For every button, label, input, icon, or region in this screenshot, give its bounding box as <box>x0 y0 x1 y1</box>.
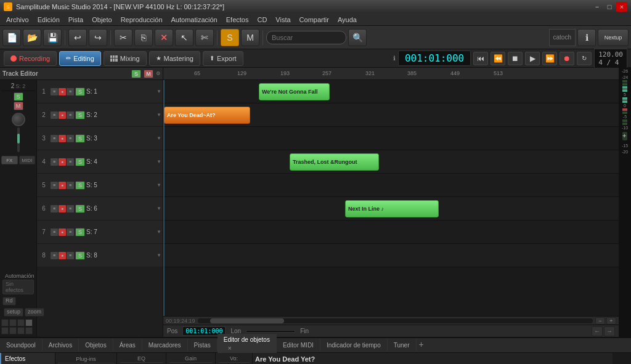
tab-add-button[interactable]: + <box>419 339 431 352</box>
track-solo-btn[interactable]: S <box>14 92 23 101</box>
tab-areas[interactable]: Áreas <box>113 339 142 351</box>
search-button[interactable]: 🔍 <box>348 29 367 46</box>
step-btn-6[interactable] <box>9 327 17 334</box>
menu-compartir[interactable]: Compartir <box>296 15 333 25</box>
track-3-solo[interactable]: S <box>75 134 85 143</box>
zoom-minus-button[interactable]: − <box>595 317 605 325</box>
tab-archivos[interactable]: Archivos <box>43 339 79 351</box>
vu-label-top: -26 <box>622 69 628 73</box>
play-button[interactable]: ▶ <box>525 52 540 65</box>
menu-archivo[interactable]: Archivo <box>2 15 33 25</box>
mixing-mode-button[interactable]: Mixing <box>104 51 147 66</box>
bp-tab-efectos[interactable]: Efectos <box>0 353 55 364</box>
clip-ayd[interactable]: Are You Dead~At? <box>164 107 250 124</box>
track-panel: Track Editor S M ⚙ 2 S: 2 S M <box>0 68 163 337</box>
copy-button[interactable]: ⎘ <box>134 29 153 46</box>
export-mode-button[interactable]: ⬆ Export <box>203 51 243 66</box>
menu-cd[interactable]: CD <box>253 15 271 25</box>
mute-all-button[interactable]: M <box>144 70 153 78</box>
clip-nil[interactable]: Next In Line ♪ <box>345 200 439 217</box>
tab-objetos[interactable]: Objetos <box>79 339 113 351</box>
fx-button[interactable]: FX <box>1 156 18 164</box>
vu-expand-btn[interactable]: + <box>622 132 627 140</box>
undo-button[interactable]: ↩ <box>68 29 87 46</box>
track-8-solo[interactable]: S <box>75 251 85 260</box>
search-input[interactable] <box>266 31 346 44</box>
stop-button[interactable]: ⏹ <box>508 52 523 65</box>
track-1-solo[interactable]: S <box>75 87 85 96</box>
editing-mode-button[interactable]: ✏ Editing <box>59 51 101 66</box>
select-button[interactable]: ↖ <box>175 29 193 46</box>
open-button[interactable]: 📂 <box>23 29 41 46</box>
midi-button-track[interactable]: MIDI <box>19 156 36 164</box>
cut-button[interactable]: ✂ <box>114 29 132 46</box>
track-4-solo[interactable]: S <box>75 158 85 166</box>
logo-btn[interactable]: ℹ <box>577 29 596 46</box>
tab-marcadores[interactable]: Marcadores <box>142 339 188 351</box>
track-volume-knob[interactable] <box>12 113 25 126</box>
track-7-solo[interactable]: S <box>75 228 85 237</box>
save-button[interactable]: 💾 <box>43 29 62 46</box>
minimize-button[interactable]: − <box>592 2 603 12</box>
track-6-solo[interactable]: S <box>75 204 85 213</box>
tab-indicador[interactable]: Indicador de tiempo <box>320 339 388 351</box>
track-mute-btn[interactable]: M <box>14 102 23 110</box>
sample-button[interactable]: S <box>221 29 239 46</box>
step-btn-5[interactable] <box>1 327 9 334</box>
paste-button[interactable]: ✕ <box>155 29 173 46</box>
track-row-7: 7 ≡● ≡ S S: 7 ▼ <box>37 220 163 244</box>
recording-mode-button[interactable]: Recording <box>4 51 57 66</box>
step-btn-2[interactable] <box>9 319 17 326</box>
tab-tuner[interactable]: Tuner <box>388 339 417 351</box>
no-effects-label[interactable]: Sin efectos <box>2 280 34 294</box>
step-btn-1[interactable] <box>1 319 9 326</box>
step-btn-4[interactable] <box>25 319 33 326</box>
menu-objeto[interactable]: Objeto <box>88 15 115 25</box>
rd-button[interactable]: Rd <box>2 297 16 305</box>
close-button[interactable]: × <box>616 2 627 12</box>
maximize-button[interactable]: □ <box>604 2 615 12</box>
toolbar-sep-1 <box>65 30 65 45</box>
menu-pista[interactable]: Pista <box>65 15 87 25</box>
midi-button[interactable]: M <box>241 29 259 46</box>
step-btn-8[interactable] <box>25 327 33 334</box>
redo-button[interactable]: ↪ <box>89 29 107 46</box>
vu-label-5: 5 <box>624 92 626 97</box>
menu-automatizacion[interactable]: Automatización <box>168 15 221 25</box>
menu-edicion[interactable]: Edición <box>34 15 63 25</box>
tab-editor-midi[interactable]: Editor MIDI <box>277 339 320 351</box>
tab-editor-close[interactable]: × <box>225 343 235 353</box>
scissors-button[interactable]: ✄ <box>195 29 214 46</box>
bp-vol-panel: Vo: 0.00 Norm. <box>216 353 253 364</box>
lon-value[interactable] <box>246 330 295 333</box>
tab-pistas[interactable]: Pistas <box>188 339 218 351</box>
setup-button[interactable]: setup <box>4 308 23 317</box>
vu-meters-right: -26 -24 5 0 -5 -10 + -15 -20 <box>619 68 631 337</box>
mastering-mode-button[interactable]: ★ Mastering <box>149 51 200 66</box>
scroll-track[interactable] <box>198 318 593 323</box>
solo-all-button[interactable]: S <box>131 70 141 78</box>
menu-efectos[interactable]: Efectos <box>222 15 253 25</box>
nextup-btn[interactable]: Nextup <box>598 29 629 46</box>
scroll-thumb[interactable] <box>210 318 284 323</box>
track-2-solo[interactable]: S <box>75 111 85 119</box>
step-btn-7[interactable] <box>17 327 25 334</box>
pos-arrow-left[interactable]: ← <box>592 326 603 336</box>
pos-arrow-right[interactable]: → <box>604 326 615 336</box>
zoom-plus-button[interactable]: + <box>606 317 616 325</box>
clip-tlr[interactable]: Trashed, Lost &Rungout <box>290 153 379 171</box>
clip-wngf[interactable]: We're Not Gonna Fall <box>259 83 330 100</box>
menu-reproduccion[interactable]: Reproducción <box>117 15 166 25</box>
menu-vista[interactable]: Vista <box>272 15 294 25</box>
recording-label: Recording <box>19 55 50 62</box>
fast-forward-button[interactable]: ⏩ <box>542 52 557 65</box>
record-button[interactable]: ⏺ <box>560 52 574 65</box>
skip-back-button[interactable]: ⏮ <box>473 52 488 65</box>
loop-button[interactable]: ↻ <box>577 52 592 65</box>
tab-soundpool[interactable]: Soundpool <box>0 339 43 351</box>
new-button[interactable]: 📄 <box>2 29 21 46</box>
track-5-solo[interactable]: S <box>75 181 85 190</box>
menu-ayuda[interactable]: Ayuda <box>334 15 360 25</box>
rewind-button[interactable]: ⏪ <box>491 52 505 65</box>
step-btn-3[interactable] <box>17 319 25 326</box>
